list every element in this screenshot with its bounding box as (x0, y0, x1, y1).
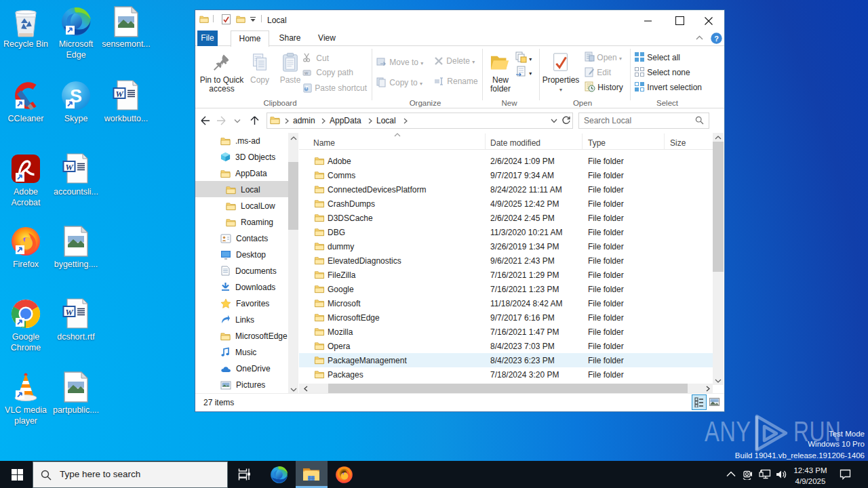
svg-text:?: ? (714, 35, 719, 43)
svg-text:W: W (65, 306, 74, 317)
svg-text:W: W (304, 71, 309, 75)
svg-text:W: W (115, 88, 124, 98)
svg-text:W: W (65, 161, 74, 171)
